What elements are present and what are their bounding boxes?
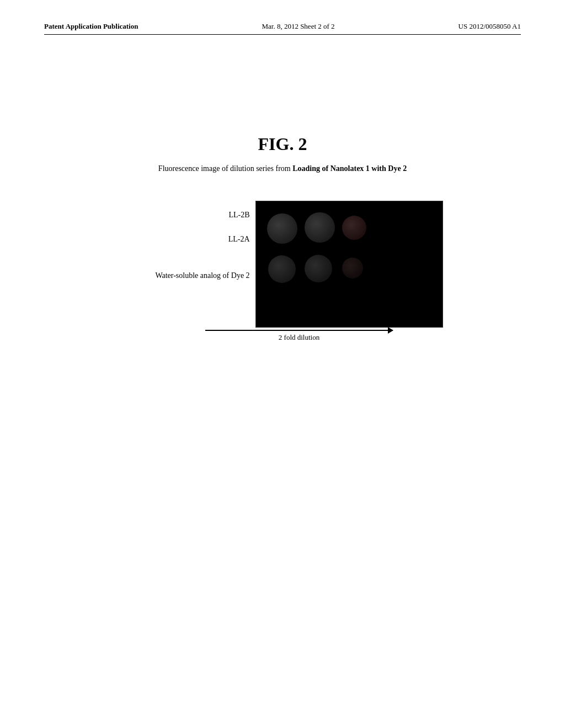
figure-content: LL-2B LL-2A Water-soluble analog of Dye … bbox=[155, 201, 443, 328]
dot-ll2b-1 bbox=[267, 213, 297, 244]
header-publication-type: Patent Application Publication bbox=[44, 22, 138, 31]
caption-bold: Loading of Nanolatex 1 with Dye 2 bbox=[292, 164, 407, 173]
dilution-arrow bbox=[205, 330, 393, 331]
fluorescence-image bbox=[255, 201, 443, 328]
header-patent-number: US 2012/0058050 A1 bbox=[459, 22, 521, 31]
dot-ll2a-2 bbox=[305, 255, 332, 282]
label-ll2b: LL-2B bbox=[155, 211, 249, 220]
dot-ll2b-3 bbox=[342, 216, 366, 240]
row-labels: LL-2B LL-2A Water-soluble analog of Dye … bbox=[155, 201, 249, 280]
label-ll2a: LL-2A bbox=[155, 235, 249, 244]
figure-caption: Fluorescence image of dilution series fr… bbox=[44, 164, 521, 173]
dot-ll2b-2 bbox=[305, 212, 335, 243]
dot-ll2a-3 bbox=[342, 258, 363, 279]
figure-area: LL-2B LL-2A Water-soluble analog of Dye … bbox=[77, 201, 521, 342]
page: Patent Application Publication Mar. 8, 2… bbox=[0, 0, 565, 728]
figure-title: FIG. 2 bbox=[44, 134, 521, 154]
page-header: Patent Application Publication Mar. 8, 2… bbox=[44, 22, 521, 35]
dot-ll2a-1 bbox=[268, 255, 296, 283]
dilution-label: 2 fold dilution bbox=[205, 333, 393, 342]
header-date-sheet: Mar. 8, 2012 Sheet 2 of 2 bbox=[262, 22, 334, 31]
caption-prefix: Fluorescence image of dilution series fr… bbox=[158, 164, 292, 173]
dilution-arrow-row bbox=[205, 330, 393, 331]
label-water: Water-soluble analog of Dye 2 bbox=[155, 271, 249, 280]
